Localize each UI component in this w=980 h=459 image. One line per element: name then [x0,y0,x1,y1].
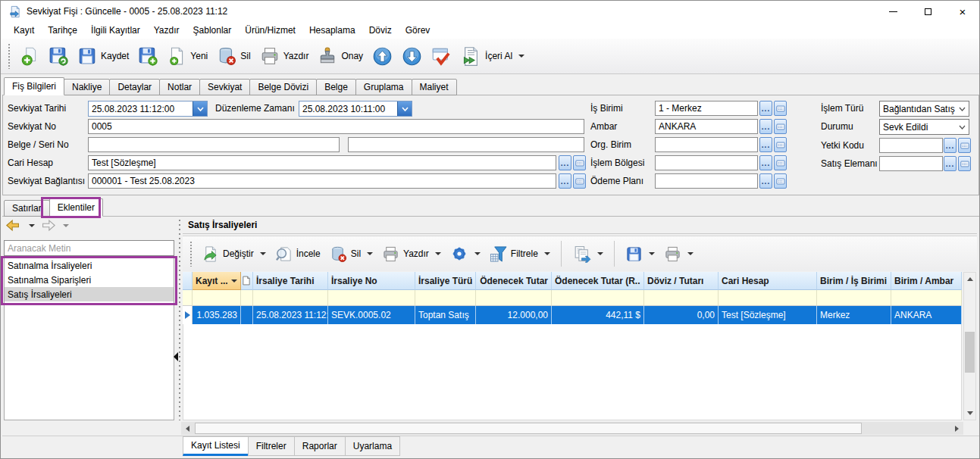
filter-cell[interactable] [552,290,644,306]
sevkiyat-tarihi-dropdown[interactable] [193,101,207,116]
back-icon[interactable] [5,219,22,232]
panel-splitter[interactable] [177,218,182,420]
tab-sevkiyat[interactable]: Sevkiyat [199,79,250,95]
cell-irsaliye-tarihi[interactable]: 25.08.2023 11:12:... [253,306,328,324]
belge-no-input[interactable] [88,137,340,152]
filter-cell[interactable] [415,290,476,306]
tab-kayit-listesi[interactable]: Kayıt Listesi [183,436,249,456]
column-header-cari-hesap[interactable]: Cari Hesap [719,272,817,290]
cari-hesap-input[interactable] [88,155,556,170]
durumu-select[interactable]: Sevk Edildi [879,119,969,135]
menu-ilgili-kayitlar[interactable]: İlgili Kayıtlar [84,23,147,38]
grid-settings-button[interactable] [446,242,485,265]
column-header-doviz-tutari[interactable]: Döviz / Tutarı [644,272,719,290]
menu-doviz[interactable]: Döviz [362,23,399,38]
column-header-odenecek-tutar-r[interactable]: Ödenecek Tutar (R.. [552,272,644,290]
cari-hesap-keyboard-button[interactable] [573,155,586,170]
print-button[interactable]: Yazdır [255,44,314,68]
menu-yazdir[interactable]: Yazdır [147,23,186,38]
minimize-button[interactable] [875,1,910,22]
ambar-input[interactable] [655,119,758,134]
cell-kayit-no[interactable]: 1.035.283 [193,306,241,324]
islem-bolgesi-lookup-button[interactable]: ... [759,155,772,170]
back-dropdown-arrow[interactable] [29,224,35,227]
column-header-irsaliye-tarihi[interactable]: İrsaliye Tarihi [253,272,328,290]
filter-cell[interactable] [476,290,552,306]
approve-button[interactable]: Onay [313,44,368,68]
delete-button[interactable]: Sil [212,44,255,68]
filter-cell[interactable] [644,290,719,306]
yetki-kodu-input[interactable] [879,138,943,153]
tab-nakliye[interactable]: Nakliye [64,79,110,95]
list-item-satinalma-siparisleri[interactable]: Satınalma Siparişleri [5,273,174,287]
tab-maliyet[interactable]: Maliyet [412,79,457,95]
save-and-new-button[interactable] [133,44,162,68]
tab-filtreler[interactable]: Filtreler [248,436,295,456]
grid-print-button[interactable]: Yazdır [377,243,446,265]
satis-elemani-lookup-button[interactable]: ... [944,156,957,171]
copy-button[interactable] [568,242,608,266]
list-item-satinalma-irsaliyeleri[interactable]: Satınalma İrsaliyeleri [5,258,174,273]
tab-eklentiler[interactable]: Eklentiler [49,198,103,217]
move-down-button[interactable] [397,44,427,69]
satis-elemani-keyboard-button[interactable] [958,156,971,171]
grid-vertical-scrollbar[interactable] [963,272,976,420]
maximize-button[interactable] [910,1,945,22]
sort-dropdown-icon[interactable] [231,279,237,283]
grid-print2-dropdown-arrow[interactable] [687,252,694,255]
move-up-button[interactable] [368,44,397,69]
filter-cell[interactable] [241,290,253,306]
column-header-kayit[interactable]: Kayıt ... [193,272,241,290]
list-item-satis-irsaliyeleri[interactable]: Satış İrsaliyeleri [5,287,174,301]
tab-satirlar[interactable]: Satırlar [4,200,50,217]
org-birim-lookup-button[interactable]: ... [759,137,772,152]
tab-fis-bilgileri[interactable]: Fiş Bilgileri [4,77,64,95]
grid-save-button[interactable] [621,243,659,265]
column-header-birim-is-birimi[interactable]: Birim / İş Birimi [817,272,891,290]
filter-cell[interactable] [193,290,241,306]
grid-print2-button[interactable] [659,243,698,265]
forward-icon[interactable] [39,219,56,232]
grid-delete-dropdown-arrow[interactable] [367,252,373,255]
cell-irsaliye-turu[interactable]: Toptan Satış [415,306,476,324]
sevkiyat-baglantisi-input[interactable] [88,173,556,189]
vertical-scroll-thumb[interactable] [965,332,975,373]
grid-save-dropdown-arrow[interactable] [649,252,655,255]
filter-button[interactable]: Filtrele [485,243,555,265]
grid-settings-dropdown-arrow[interactable] [474,252,481,255]
menu-urun-hizmet[interactable]: Ürün/Hizmet [238,23,302,38]
filter-cell[interactable] [891,290,962,306]
menu-tarihce[interactable]: Tarihçe [41,23,84,38]
yetki-kodu-keyboard-button[interactable] [958,138,971,153]
sevkiyat-no-input[interactable] [88,119,584,134]
sevkiyat-baglantisi-keyboard-button[interactable] [573,173,586,189]
cell-doc[interactable] [241,306,253,324]
filter-cell[interactable] [817,290,891,306]
islem-bolgesi-keyboard-button[interactable] [774,155,787,170]
scroll-up-button[interactable] [964,273,975,286]
new-record-button[interactable] [15,44,44,68]
scroll-right-button[interactable] [950,422,963,435]
seri-no-input[interactable] [348,137,584,152]
filter-cell[interactable] [253,290,328,306]
horizontal-scroll-thumb[interactable] [195,423,862,434]
cari-hesap-lookup-button[interactable]: ... [559,155,571,170]
filter-cell[interactable] [328,290,415,306]
grid-toolbar-grip[interactable] [189,241,193,267]
filter-cell[interactable] [719,290,817,306]
import-dropdown-arrow[interactable] [518,55,524,58]
column-header-doc[interactable] [241,272,253,290]
cell-odenecek-tutar[interactable]: 12.000,00 [476,306,552,324]
filter-dropdown-arrow[interactable] [544,252,550,255]
column-header-birim-ambar[interactable]: Birim / Ambar [891,272,962,290]
odeme-plani-lookup-button[interactable]: ... [759,173,772,189]
sevkiyat-baglantisi-lookup-button[interactable]: ... [559,173,571,189]
edit-dropdown-arrow[interactable] [260,252,266,255]
tab-gruplama[interactable]: Gruplama [355,79,412,95]
tab-detaylar[interactable]: Detaylar [109,79,160,95]
yetki-kodu-lookup-button[interactable]: ... [944,138,957,153]
cell-doviz-tutari[interactable]: 0,00 [644,306,719,324]
odeme-plani-keyboard-button[interactable] [774,173,787,189]
is-birimi-lookup-button[interactable]: ... [759,101,772,116]
is-birimi-keyboard-button[interactable] [774,101,787,116]
